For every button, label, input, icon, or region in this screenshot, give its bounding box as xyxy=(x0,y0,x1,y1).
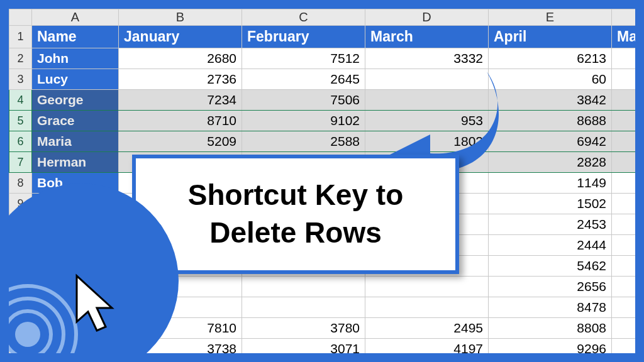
data-cell[interactable] xyxy=(612,318,645,339)
name-cell[interactable]: Name xyxy=(32,26,119,48)
data-cell[interactable]: 8478 xyxy=(489,297,612,318)
table-row[interactable]: 4George723475063842 xyxy=(9,90,645,111)
data-cell[interactable] xyxy=(612,214,645,235)
table-row[interactable]: 2John2680751233326213 xyxy=(9,48,645,69)
data-cell[interactable]: 4157 xyxy=(119,359,242,363)
table-row[interactable]: 5Grace871091029538688 xyxy=(9,111,645,131)
data-cell[interactable]: 4197 xyxy=(365,339,489,359)
name-cell[interactable]: Lucy xyxy=(32,69,119,90)
row-header[interactable]: 4 xyxy=(9,90,32,111)
column-headers[interactable]: ABCDE xyxy=(9,9,645,26)
data-cell[interactable]: 2680 xyxy=(119,48,242,69)
data-cell[interactable] xyxy=(612,69,645,90)
table-row[interactable]: 3Lucy2736264560 xyxy=(9,69,645,90)
col-header[interactable]: D xyxy=(365,9,489,26)
data-cell[interactable]: 5462 xyxy=(489,256,612,277)
data-cell[interactable] xyxy=(365,90,489,111)
callout-box: Shortcut Key to Delete Rows xyxy=(132,155,459,274)
data-cell[interactable] xyxy=(365,297,489,318)
table-row[interactable]: 6Maria5209258818026942 xyxy=(9,131,645,152)
cursor-icon xyxy=(70,273,127,342)
data-cell[interactable]: 2495 xyxy=(365,318,489,339)
data-cell[interactable] xyxy=(612,48,645,69)
data-cell[interactable] xyxy=(365,277,489,297)
data-cell[interactable]: 2736 xyxy=(119,69,242,90)
table-row[interactable]: 1NameJanuaryFebruaryMarchAprilMay xyxy=(9,26,645,48)
data-cell[interactable]: 1149 xyxy=(489,173,612,194)
name-cell[interactable]: John xyxy=(32,48,119,69)
data-cell[interactable]: 8710 xyxy=(119,111,242,131)
data-cell[interactable]: 9102 xyxy=(242,111,365,131)
data-cell[interactable] xyxy=(242,277,365,297)
data-cell[interactable]: 1802 xyxy=(365,131,489,152)
data-cell[interactable]: 8688 xyxy=(489,111,612,131)
col-header[interactable]: C xyxy=(242,9,365,26)
data-cell[interactable]: 7506 xyxy=(242,90,365,111)
data-cell[interactable]: 1502 xyxy=(489,194,612,214)
data-cell[interactable] xyxy=(365,69,489,90)
row-header[interactable]: 7 xyxy=(9,152,32,173)
col-header[interactable]: A xyxy=(32,9,119,26)
row-header[interactable] xyxy=(9,359,32,363)
row-header[interactable]: 5 xyxy=(9,111,32,131)
data-cell[interactable]: 1341 xyxy=(365,359,489,363)
row-header[interactable]: 2 xyxy=(9,48,32,69)
data-cell[interactable] xyxy=(612,256,645,277)
data-cell[interactable]: March xyxy=(365,26,489,48)
table-row[interactable]: 4157140113413565 xyxy=(9,359,645,363)
data-cell[interactable]: 2444 xyxy=(489,235,612,256)
name-cell[interactable]: Herman xyxy=(32,152,119,173)
data-cell[interactable]: 5209 xyxy=(119,131,242,152)
data-cell[interactable] xyxy=(612,111,645,131)
data-cell[interactable]: 6213 xyxy=(489,48,612,69)
data-cell[interactable]: 3332 xyxy=(365,48,489,69)
data-cell[interactable] xyxy=(612,194,645,214)
data-cell[interactable] xyxy=(242,297,365,318)
data-cell[interactable]: 2645 xyxy=(242,69,365,90)
data-cell[interactable]: 2453 xyxy=(489,214,612,235)
data-cell[interactable]: May xyxy=(612,26,645,48)
data-cell[interactable] xyxy=(612,359,645,363)
name-cell[interactable] xyxy=(32,359,119,363)
col-header[interactable]: E xyxy=(489,9,612,26)
data-cell[interactable]: 1401 xyxy=(242,359,365,363)
data-cell[interactable]: 2588 xyxy=(242,131,365,152)
data-cell[interactable]: 9296 xyxy=(489,339,612,359)
row-header[interactable]: 1 xyxy=(9,26,32,48)
data-cell[interactable]: 3842 xyxy=(489,90,612,111)
row-header[interactable]: 6 xyxy=(9,131,32,152)
data-cell[interactable] xyxy=(612,90,645,111)
data-cell[interactable]: 3071 xyxy=(242,339,365,359)
callout-text: Shortcut Key to Delete Rows xyxy=(142,177,449,252)
data-cell[interactable]: 7512 xyxy=(242,48,365,69)
data-cell[interactable]: January xyxy=(119,26,242,48)
name-cell[interactable]: George xyxy=(32,90,119,111)
data-cell[interactable] xyxy=(612,297,645,318)
col-header[interactable]: B xyxy=(119,9,242,26)
data-cell[interactable] xyxy=(612,152,645,173)
row-header[interactable]: 8 xyxy=(9,173,32,194)
data-cell[interactable]: April xyxy=(489,26,612,48)
data-cell[interactable]: 3780 xyxy=(242,318,365,339)
data-cell[interactable]: 2828 xyxy=(489,152,612,173)
data-cell[interactable]: 953 xyxy=(365,111,489,131)
name-cell[interactable]: Grace xyxy=(32,111,119,131)
data-cell[interactable] xyxy=(612,173,645,194)
row-header[interactable]: 3 xyxy=(9,69,32,90)
col-header[interactable] xyxy=(9,9,32,26)
data-cell[interactable]: 60 xyxy=(489,69,612,90)
col-header[interactable] xyxy=(612,9,645,26)
data-cell[interactable] xyxy=(612,339,645,359)
data-cell[interactable]: 2656 xyxy=(489,277,612,297)
data-cell[interactable] xyxy=(612,235,645,256)
data-cell[interactable]: 3565 xyxy=(489,359,612,363)
data-cell[interactable] xyxy=(612,131,645,152)
data-cell[interactable]: February xyxy=(242,26,365,48)
data-cell[interactable]: 8808 xyxy=(489,318,612,339)
name-cell[interactable]: Maria xyxy=(32,131,119,152)
data-cell[interactable] xyxy=(612,277,645,297)
data-cell[interactable]: 7234 xyxy=(119,90,242,111)
data-cell[interactable]: 6942 xyxy=(489,131,612,152)
